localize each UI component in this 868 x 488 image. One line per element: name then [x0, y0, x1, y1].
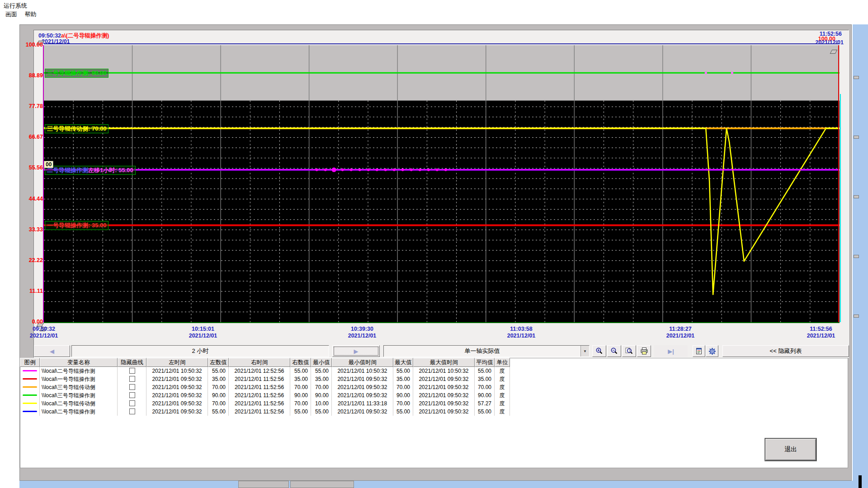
y-axis-label: 55.56	[16, 164, 43, 171]
hide-curve-checkbox[interactable]	[129, 376, 135, 382]
gear-icon	[708, 347, 716, 355]
hide-curve-checkbox[interactable]	[129, 384, 135, 390]
table-cell: 90.00	[475, 391, 495, 399]
menu-help[interactable]: 帮助	[24, 10, 36, 19]
table-cell: 2021/12/01 09:50:32	[413, 408, 475, 416]
table-cell: 55.00	[393, 408, 413, 416]
taskbar-block-1[interactable]	[238, 481, 289, 488]
curve-value-label: 三号导辊操作测: 90.00	[45, 69, 108, 78]
table-cell: 度	[495, 383, 510, 391]
strip-tick-4[interactable]	[854, 314, 859, 318]
table-header-4: 左数值	[208, 358, 229, 367]
table-header-5: 右时间	[229, 358, 290, 367]
x-axis-time: 09:50:32	[17, 326, 71, 333]
hide-curve-checkbox[interactable]	[129, 368, 135, 374]
application-window: 运行系统 画面 帮助 09:50:32a\(二号导辊操作测) 2021/12/0…	[0, 0, 868, 488]
plot-bottom-line	[44, 322, 840, 323]
curve-value-label: 二号导辊操作测左移1小时: 55.00	[45, 166, 136, 175]
table-cell-hide-curve	[118, 367, 146, 375]
bottom-strip	[19, 481, 868, 488]
table-cell: 70.00	[311, 383, 332, 391]
trend-plot[interactable]	[44, 45, 840, 322]
trend-plot-canvas[interactable]	[44, 45, 840, 322]
hide-list-button[interactable]: << 隐藏列表	[722, 345, 849, 357]
zoom-reset-icon	[625, 347, 633, 355]
hide-curve-checkbox[interactable]	[129, 392, 135, 398]
scroll-right-button[interactable]: ▶	[332, 345, 380, 357]
x-axis-date: 2021/12/01	[653, 333, 708, 339]
table-cell-variable-name[interactable]: \\local\二号导辊操作测	[40, 408, 118, 416]
table-header-2: 隐藏曲线	[118, 358, 146, 367]
table-cell: 2021/12/01 11:52:56	[229, 375, 290, 383]
x-axis-label: 11:28:272021/12/01	[653, 326, 708, 339]
taskbar-block-2[interactable]	[290, 481, 354, 488]
hide-curve-checkbox[interactable]	[129, 400, 135, 406]
x-axis-date: 2021/12/01	[494, 333, 548, 339]
x-axis-time: 11:28:27	[653, 326, 708, 333]
table-cell-hide-curve	[118, 383, 146, 391]
axis-mode-select[interactable]: 单一轴实际值 ▼	[383, 345, 590, 357]
curve-value-label: 一号导辊操作测: 35.00	[45, 221, 108, 230]
x-axis-date: 2021/12/01	[794, 333, 848, 339]
x-axis-time: 11:52:56	[794, 326, 848, 333]
table-cell-variable-name[interactable]: \\local\三号导辊传动侧	[40, 383, 118, 391]
table-cell: 55.00	[475, 408, 495, 416]
plot-top-line	[44, 43, 840, 44]
table-header-9: 最大值	[393, 358, 413, 367]
table-cell: 度	[495, 399, 510, 408]
table-cell: 55.00	[290, 367, 311, 375]
window-title: 运行系统	[4, 2, 27, 10]
print-button[interactable]	[637, 345, 651, 357]
zoom-in-button[interactable]	[592, 345, 606, 357]
table-header-12: 单位	[495, 358, 510, 367]
menu-screen[interactable]: 画面	[5, 10, 17, 19]
axis-mode-value: 单一轴实际值	[384, 347, 580, 355]
zoom-reset-button[interactable]	[622, 345, 636, 357]
report-button[interactable]	[693, 345, 705, 357]
legend-color-line	[23, 403, 37, 404]
exit-label: 退出	[784, 446, 797, 454]
table-cell-variable-name[interactable]: \\local\一号导辊操作测	[40, 375, 118, 383]
strip-tick-0[interactable]	[854, 76, 859, 79]
table-cell-variable-name[interactable]: \\local\二号导辊操作测	[40, 367, 118, 375]
table-cell-legend	[20, 367, 40, 375]
curve-value-label: 三号导辊传动侧: 70.00	[45, 124, 108, 133]
exit-button[interactable]: 退出	[765, 438, 816, 461]
play-pause-button[interactable]: ▶|	[654, 345, 688, 357]
table-cell: 2021/12/01 11:52:56	[229, 399, 290, 408]
strip-tick-1[interactable]	[854, 136, 859, 139]
table-cell: 2021/12/01 11:52:56	[229, 391, 290, 399]
table-cell: 2021/12/01 09:50:32	[146, 391, 208, 399]
y-axis-label: 44.44	[16, 196, 43, 202]
table-cell-variable-name[interactable]: \\local\二号导辊传动侧	[40, 399, 118, 408]
x-axis-label: 11:52:562021/12/01	[794, 326, 848, 339]
table-cell: 70.00	[290, 399, 311, 408]
x-axis-date: 2021/12/01	[176, 333, 230, 339]
table-cell: 70.00	[393, 399, 413, 408]
zoom-out-button[interactable]	[607, 345, 621, 357]
table-cell-hide-curve	[118, 399, 146, 408]
strip-tick-3[interactable]	[854, 255, 859, 258]
x-axis-label: 11:03:582021/12/01	[494, 326, 548, 339]
table-cell: 70.00	[290, 383, 311, 391]
hide-curve-checkbox[interactable]	[129, 408, 135, 414]
table-cell: 70.00	[208, 383, 229, 391]
table-cell: 90.00	[393, 391, 413, 399]
table-cell: 2021/12/01 09:50:32	[413, 375, 475, 383]
plot-cyan-line	[840, 94, 841, 322]
legend-color-line	[23, 370, 37, 371]
legend-color-line	[23, 394, 37, 396]
table-cell-variable-name[interactable]: \\local\三号导辊操作测	[40, 391, 118, 399]
table-cell: 90.00	[208, 391, 229, 399]
table-cell: 2021/12/01 09:50:32	[413, 399, 475, 408]
table-header-3: 左时间	[146, 358, 208, 367]
table-cell-legend	[20, 383, 40, 391]
chevron-down-icon[interactable]: ▼	[580, 346, 589, 357]
table-cell: 55.00	[208, 408, 229, 416]
table-header-8: 最小值时间	[332, 358, 393, 367]
zoom-in-icon	[595, 347, 604, 355]
strip-tick-2[interactable]	[854, 195, 859, 198]
scroll-left-button[interactable]: ◀	[34, 345, 70, 357]
settings-button[interactable]	[706, 345, 718, 357]
y-axis-label: 33.33	[16, 226, 43, 233]
